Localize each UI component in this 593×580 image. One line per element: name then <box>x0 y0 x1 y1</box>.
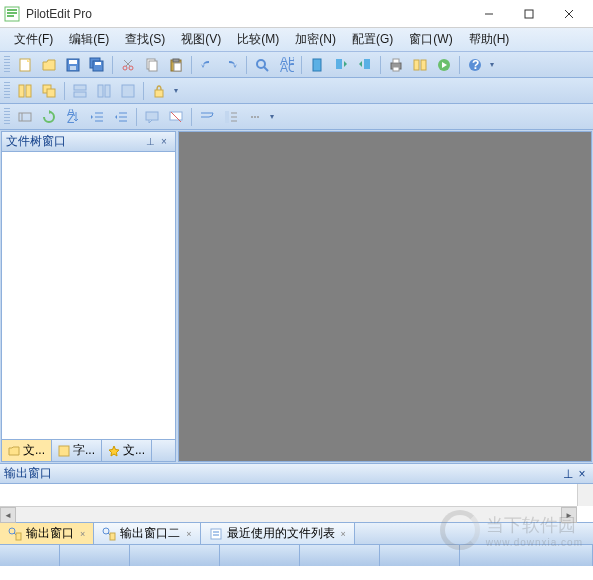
svg-rect-77 <box>110 533 115 540</box>
split-vertical-button[interactable] <box>93 80 115 102</box>
close-button[interactable] <box>549 0 589 28</box>
output-icon <box>102 527 116 541</box>
help-button[interactable]: ? <box>464 54 486 76</box>
sidebar-tabs: 文... 字... 文... <box>2 439 175 461</box>
menu-search[interactable]: 查找(S) <box>117 29 173 50</box>
tab-close-icon[interactable]: × <box>341 529 346 539</box>
tab-close-icon[interactable]: × <box>186 529 191 539</box>
pin-icon[interactable]: ⊥ <box>561 467 575 481</box>
print-button[interactable] <box>385 54 407 76</box>
wrap-button[interactable] <box>196 106 218 128</box>
svg-rect-2 <box>7 12 17 14</box>
pin-icon[interactable]: ⊥ <box>143 135 157 149</box>
open-file-button[interactable] <box>38 54 60 76</box>
tab-output-2[interactable]: 输出窗口二 × <box>94 523 200 544</box>
scroll-right-icon[interactable]: ► <box>561 507 577 523</box>
save-button[interactable] <box>62 54 84 76</box>
save-all-button[interactable] <box>86 54 108 76</box>
line-numbers-button[interactable] <box>220 106 242 128</box>
toolbar-grip[interactable] <box>4 82 10 100</box>
status-cell <box>380 545 460 566</box>
minimize-button[interactable] <box>469 0 509 28</box>
status-bar <box>0 544 593 566</box>
scroll-left-icon[interactable]: ◄ <box>0 507 16 523</box>
vertical-scrollbar[interactable] <box>577 484 593 506</box>
toolbar-overflow[interactable]: ▾ <box>487 54 497 76</box>
menu-file[interactable]: 文件(F) <box>6 29 61 50</box>
horizontal-scrollbar[interactable]: ◄ ► <box>0 506 577 522</box>
file-tree-body[interactable] <box>2 152 175 439</box>
bookmark-next-button[interactable] <box>354 54 376 76</box>
menu-window[interactable]: 窗口(W) <box>401 29 460 50</box>
sidebar-tab-label: 文... <box>23 442 45 459</box>
tab-button[interactable] <box>14 106 36 128</box>
replace-button[interactable]: ABAC <box>275 54 297 76</box>
outdent-button[interactable] <box>110 106 132 128</box>
menu-edit[interactable]: 编辑(E) <box>61 29 117 50</box>
toolbar-overflow[interactable]: ▾ <box>267 106 277 128</box>
star-icon <box>108 445 120 457</box>
new-file-button[interactable] <box>14 54 36 76</box>
svg-point-16 <box>129 66 133 70</box>
whitespace-button[interactable] <box>244 106 266 128</box>
tab-label: 输出窗口二 <box>120 525 180 542</box>
menu-encrypt[interactable]: 加密(N) <box>287 29 344 50</box>
list-icon <box>209 527 223 541</box>
status-cell <box>0 545 60 566</box>
status-cell <box>60 545 130 566</box>
menu-compare[interactable]: 比较(M) <box>229 29 287 50</box>
tab-output-1[interactable]: 输出窗口 × <box>0 523 94 544</box>
fullscreen-button[interactable] <box>117 80 139 102</box>
refresh-button[interactable] <box>38 106 60 128</box>
toolbar-grip[interactable] <box>4 108 10 126</box>
run-button[interactable] <box>433 54 455 76</box>
svg-rect-30 <box>364 59 370 69</box>
sidebar-tab-fav[interactable]: 文... <box>102 440 152 461</box>
window-tile-button[interactable] <box>14 80 36 102</box>
svg-rect-1 <box>7 9 17 11</box>
sidebar-tab-chars[interactable]: 字... <box>52 440 102 461</box>
menu-help[interactable]: 帮助(H) <box>461 29 518 50</box>
menu-config[interactable]: 配置(G) <box>344 29 401 50</box>
sidebar-tab-files[interactable]: 文... <box>2 440 52 461</box>
redo-button[interactable] <box>220 54 242 76</box>
cut-button[interactable] <box>117 54 139 76</box>
svg-point-15 <box>123 66 127 70</box>
bookmark-prev-button[interactable] <box>330 54 352 76</box>
options-button[interactable] <box>409 54 431 76</box>
copy-button[interactable] <box>141 54 163 76</box>
uncomment-button[interactable] <box>165 106 187 128</box>
close-icon[interactable]: × <box>575 467 589 481</box>
comment-button[interactable] <box>141 106 163 128</box>
svg-rect-42 <box>47 89 55 97</box>
bookmark-button[interactable] <box>306 54 328 76</box>
toolbar-grip[interactable] <box>4 56 10 74</box>
status-cell <box>300 545 380 566</box>
svg-rect-48 <box>155 90 163 97</box>
menu-view[interactable]: 视图(V) <box>173 29 229 50</box>
sidebar-tab-label: 文... <box>123 442 145 459</box>
maximize-button[interactable] <box>509 0 549 28</box>
split-horizontal-button[interactable] <box>69 80 91 102</box>
close-icon[interactable]: × <box>157 135 171 149</box>
app-title: PilotEdit Pro <box>26 7 469 21</box>
svg-rect-5 <box>525 10 533 18</box>
undo-button[interactable] <box>196 54 218 76</box>
paste-button[interactable] <box>165 54 187 76</box>
svg-rect-22 <box>173 59 179 62</box>
output-body[interactable]: ◄ ► <box>0 484 593 522</box>
tab-recent-files[interactable]: 最近使用的文件列表 × <box>201 523 355 544</box>
window-cascade-button[interactable] <box>38 80 60 102</box>
indent-button[interactable] <box>86 106 108 128</box>
svg-line-25 <box>264 67 268 71</box>
sort-button[interactable]: AZ <box>62 106 84 128</box>
editor-area[interactable] <box>178 131 592 462</box>
file-tree-panel: 文件树窗口 ⊥ × 文... 字... 文... <box>1 131 176 462</box>
svg-point-69 <box>254 116 256 118</box>
toolbar-overflow[interactable]: ▾ <box>171 80 181 102</box>
svg-point-24 <box>257 60 265 68</box>
find-button[interactable] <box>251 54 273 76</box>
tab-close-icon[interactable]: × <box>80 529 85 539</box>
lock-button[interactable] <box>148 80 170 102</box>
output-icon <box>8 527 22 541</box>
